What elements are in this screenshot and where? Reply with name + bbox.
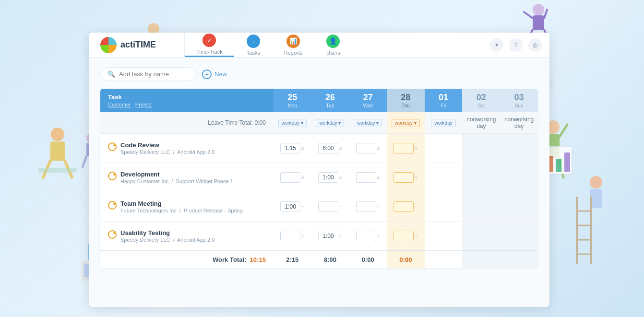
time-cell-1-sat: [462, 134, 500, 163]
task-column-header: Task ↓ Customer Project: [100, 89, 274, 112]
time-cell-3-tue: ≡: [311, 192, 349, 222]
time-cell-1-wed: ≡: [349, 134, 387, 163]
task-name-3: Team Meeting: [120, 200, 243, 207]
task-cell-1: Code Review Speedy Delivery LLC / Androi…: [100, 134, 274, 163]
time-input-4-thu[interactable]: [394, 231, 414, 241]
nav-item-timetrack[interactable]: ✓ Time-Track: [185, 33, 234, 57]
nav-item-reports[interactable]: 📊 Reports: [273, 33, 314, 57]
workday-badge-fri[interactable]: workday: [431, 119, 455, 127]
time-input-4-mon[interactable]: [280, 231, 300, 241]
task-name-4: Usability Testing: [120, 229, 215, 236]
day-col-28-today: 28 Thu: [387, 89, 425, 112]
svg-line-6: [43, 161, 50, 177]
time-menu-4-wed[interactable]: ≡: [377, 234, 380, 239]
time-input-4-wed[interactable]: [356, 231, 376, 241]
time-menu-3-mon[interactable]: ≡: [301, 204, 304, 210]
nav-item-tasks[interactable]: ≡ Tasks: [234, 33, 273, 57]
workday-badge-wed[interactable]: workday ▾: [354, 119, 382, 127]
task-sub-1: Speedy Delivery LLC / Android App 2.0: [120, 149, 215, 155]
search-box[interactable]: 🔍: [100, 67, 196, 81]
total-mon: 2:15: [274, 251, 311, 268]
reports-label: Reports: [284, 50, 303, 56]
puzzle-button[interactable]: ✦: [490, 38, 503, 52]
time-input-2-tue[interactable]: [318, 172, 338, 183]
time-menu-3-tue[interactable]: ≡: [339, 204, 342, 210]
time-menu-1-tue[interactable]: ≡: [339, 146, 342, 151]
workday-badge-mon[interactable]: workday ▾: [278, 119, 307, 127]
time-input-3-thu[interactable]: [394, 201, 414, 212]
time-menu-4-tue[interactable]: ≡: [339, 234, 342, 239]
task-sub-2: Happy Customer Inc / Support Widget Phas…: [120, 178, 233, 184]
timer-icon-3[interactable]: [108, 201, 117, 210]
svg-line-42: [544, 10, 547, 18]
svg-rect-48: [556, 159, 561, 172]
task-cell-4: Usability Testing Speedy Delivery LLC / …: [100, 222, 274, 251]
time-menu-4-thu[interactable]: ≡: [415, 234, 417, 239]
workday-badge-tue[interactable]: workday ▾: [316, 119, 344, 127]
svg-rect-5: [50, 141, 65, 161]
time-cell-2-wed: ≡: [349, 163, 387, 192]
search-input[interactable]: [119, 70, 186, 78]
time-cell-2-sun: [500, 163, 538, 192]
total-row: Work Total: 10:15 2:15 8:00 0:00 0:00: [100, 251, 538, 268]
svg-line-7: [65, 161, 72, 177]
leave-fri-cell: workday: [425, 112, 463, 134]
time-cell-1-fri: [425, 134, 463, 163]
time-menu-1-thu[interactable]: ≡: [415, 146, 417, 151]
time-input-3-tue[interactable]: [318, 201, 338, 212]
time-menu-4-mon[interactable]: ≡: [301, 234, 304, 239]
total-sun: [500, 251, 538, 268]
timetrack-label: Time-Track: [196, 49, 223, 55]
time-input-2-mon[interactable]: [280, 172, 300, 183]
time-menu-2-thu[interactable]: ≡: [415, 175, 417, 180]
customer-link[interactable]: Customer: [108, 102, 131, 107]
time-cell-3-fri: [425, 192, 463, 222]
time-input-3-mon[interactable]: [280, 201, 300, 212]
time-input-1-thu[interactable]: [394, 143, 414, 153]
time-input-1-tue[interactable]: [318, 143, 338, 153]
time-cell-1-mon: ≡: [274, 134, 311, 163]
svg-point-15: [590, 176, 602, 188]
day-col-26: 26 Tue: [311, 89, 349, 112]
time-input-2-thu[interactable]: [394, 172, 414, 183]
workday-badge-thu[interactable]: workday ▾: [392, 119, 420, 127]
total-sat: [462, 251, 500, 268]
time-menu-2-mon[interactable]: ≡: [301, 175, 304, 180]
profile-button[interactable]: ◎: [528, 38, 542, 52]
timer-icon-4[interactable]: [108, 230, 117, 239]
timer-icon-2[interactable]: [108, 172, 117, 180]
time-menu-3-thu[interactable]: ≡: [415, 204, 417, 210]
new-task-button[interactable]: + New: [202, 70, 227, 79]
time-menu-1-wed[interactable]: ≡: [377, 146, 380, 151]
tasks-icon: ≡: [247, 35, 260, 48]
leave-time-label: Leave Time Total: 0:00: [100, 112, 274, 134]
time-input-4-tue[interactable]: [318, 231, 338, 241]
table-row: Development Happy Customer Inc / Support…: [100, 163, 538, 192]
time-menu-1-mon[interactable]: ≡: [301, 146, 304, 151]
search-icon: 🔍: [107, 70, 115, 78]
time-cell-4-sun: [500, 222, 538, 251]
nav-item-users[interactable]: 👤 Users: [314, 33, 352, 57]
sort-indicator[interactable]: ↓: [124, 94, 126, 100]
time-menu-2-wed[interactable]: ≡: [377, 175, 380, 180]
time-menu-3-wed[interactable]: ≡: [377, 204, 380, 210]
time-cell-4-mon: ≡: [274, 222, 311, 251]
time-input-1-wed[interactable]: [356, 143, 376, 153]
total-wed: 0:00: [349, 251, 387, 268]
time-input-3-wed[interactable]: [356, 201, 376, 212]
time-input-2-wed[interactable]: [356, 172, 376, 183]
time-cell-3-wed: ≡: [349, 192, 387, 222]
timer-icon-1[interactable]: [108, 142, 117, 151]
svg-rect-49: [564, 153, 570, 172]
new-plus-icon: +: [202, 70, 212, 79]
leave-time-row: Leave Time Total: 0:00 workday ▾ workday…: [100, 112, 538, 134]
total-tue: 8:00: [311, 251, 349, 268]
time-input-1-mon[interactable]: [280, 143, 300, 153]
time-cell-1-tue: ≡: [311, 134, 349, 163]
time-menu-2-tue[interactable]: ≡: [339, 175, 342, 180]
project-link[interactable]: Project: [135, 102, 152, 107]
time-cell-2-tue: ≡: [311, 163, 349, 192]
day-col-01: 01 Fri: [425, 89, 463, 112]
help-button[interactable]: ?: [509, 38, 523, 52]
total-thu: 0:00: [387, 251, 425, 268]
